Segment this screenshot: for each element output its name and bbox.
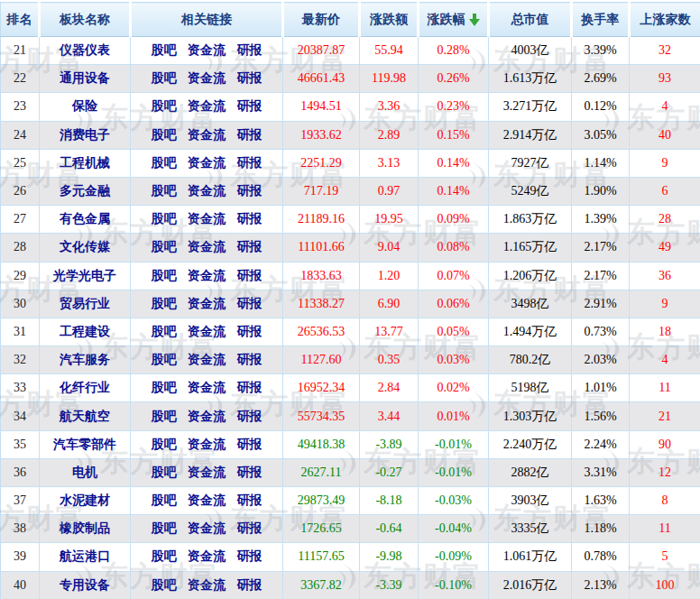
moneyflow-link[interactable]: 资金流 — [188, 521, 226, 535]
research-report-link[interactable]: 研报 — [236, 183, 262, 198]
research-report-link[interactable]: 研报 — [236, 268, 262, 282]
guba-link[interactable]: 股吧 — [152, 465, 177, 479]
rising-count-value: 8 — [630, 487, 700, 515]
guba-link[interactable]: 股吧 — [152, 324, 177, 338]
moneyflow-link[interactable]: 资金流 — [188, 98, 226, 113]
column-header-rising[interactable]: 上涨家数 — [630, 3, 700, 37]
research-report-link[interactable]: 研报 — [236, 521, 262, 535]
research-report-link[interactable]: 研报 — [236, 42, 262, 57]
sector-name-link[interactable]: 电机 — [72, 465, 97, 479]
moneyflow-link[interactable]: 资金流 — [188, 296, 226, 310]
latest-price-value: 2251.29 — [283, 149, 360, 177]
sector-name-link[interactable]: 通用设备 — [60, 70, 110, 85]
sector-name-link[interactable]: 消费电子 — [60, 127, 110, 142]
sector-name-link[interactable]: 保险 — [72, 98, 97, 113]
sector-name-link[interactable]: 仪器仪表 — [60, 42, 110, 57]
sector-name-link[interactable]: 化纤行业 — [60, 380, 110, 394]
guba-link[interactable]: 股吧 — [152, 380, 177, 394]
column-header-change[interactable]: 涨跌额 — [360, 3, 419, 37]
guba-link[interactable]: 股吧 — [152, 127, 177, 142]
guba-link[interactable]: 股吧 — [152, 70, 177, 85]
research-report-link[interactable]: 研报 — [236, 352, 262, 366]
sector-name-link[interactable]: 专用设备 — [60, 577, 110, 592]
moneyflow-link[interactable]: 资金流 — [188, 409, 226, 423]
column-header-pct[interactable]: 涨跌幅 — [419, 3, 489, 37]
sector-name-link[interactable]: 多元金融 — [60, 183, 110, 198]
guba-link[interactable]: 股吧 — [152, 155, 177, 170]
guba-link[interactable]: 股吧 — [152, 211, 177, 226]
change-percent-value: 0.07% — [419, 262, 489, 290]
guba-link[interactable]: 股吧 — [152, 409, 177, 423]
moneyflow-link[interactable]: 资金流 — [188, 548, 226, 563]
research-report-link[interactable]: 研报 — [236, 324, 262, 338]
research-report-link[interactable]: 研报 — [236, 465, 262, 479]
research-report-link[interactable]: 研报 — [236, 409, 262, 423]
moneyflow-link[interactable]: 资金流 — [188, 211, 226, 226]
change-amount-value: 119.98 — [360, 65, 419, 93]
column-header-links[interactable]: 相关链接 — [131, 3, 283, 37]
sector-name-link[interactable]: 工程建设 — [60, 324, 110, 338]
sector-name-link[interactable]: 贸易行业 — [60, 296, 110, 310]
sector-name-link[interactable]: 工程机械 — [60, 155, 110, 170]
moneyflow-link[interactable]: 资金流 — [188, 70, 226, 85]
column-header-turnover[interactable]: 换手率 — [572, 3, 630, 37]
sector-name-link[interactable]: 水泥建材 — [60, 493, 110, 507]
guba-link[interactable]: 股吧 — [152, 352, 177, 366]
moneyflow-link[interactable]: 资金流 — [188, 239, 226, 253]
sector-name-cell: 橡胶制品 — [40, 515, 131, 543]
research-report-link[interactable]: 研报 — [236, 70, 262, 85]
moneyflow-link[interactable]: 资金流 — [188, 183, 226, 198]
turnover-rate-value: 2.24% — [572, 430, 630, 458]
guba-link[interactable]: 股吧 — [152, 521, 177, 535]
research-report-link[interactable]: 研报 — [236, 98, 262, 113]
column-header-cap[interactable]: 总市值 — [489, 3, 572, 37]
sector-name-link[interactable]: 橡胶制品 — [60, 521, 110, 535]
guba-link[interactable]: 股吧 — [152, 268, 177, 282]
moneyflow-link[interactable]: 资金流 — [188, 324, 226, 338]
research-report-link[interactable]: 研报 — [236, 127, 262, 142]
sector-name-link[interactable]: 光学光电子 — [53, 268, 116, 282]
column-header-name[interactable]: 板块名称 — [40, 3, 131, 37]
research-report-link[interactable]: 研报 — [236, 239, 262, 253]
research-report-link[interactable]: 研报 — [236, 548, 262, 563]
moneyflow-link[interactable]: 资金流 — [188, 465, 226, 479]
column-header-label: 涨跌额 — [370, 12, 408, 26]
sector-name-link[interactable]: 航天航空 — [60, 409, 110, 423]
sector-name-link[interactable]: 航运港口 — [60, 548, 110, 563]
sector-name-link[interactable]: 文化传媒 — [60, 239, 110, 253]
column-header-rank[interactable]: 排名 — [1, 3, 40, 37]
moneyflow-link[interactable]: 资金流 — [188, 437, 226, 451]
moneyflow-link[interactable]: 资金流 — [188, 155, 226, 170]
guba-link[interactable]: 股吧 — [152, 98, 177, 113]
column-header-price[interactable]: 最新价 — [283, 3, 360, 37]
guba-link[interactable]: 股吧 — [152, 239, 177, 253]
sector-name-link[interactable]: 有色金属 — [60, 211, 110, 226]
table-row: 40 专用设备 股吧 资金流 研报 3367.82 -3.39 -0.10% 2… — [1, 571, 700, 599]
guba-link[interactable]: 股吧 — [152, 183, 177, 198]
research-report-link[interactable]: 研报 — [236, 155, 262, 170]
sector-name-link[interactable]: 汽车零部件 — [53, 437, 116, 451]
sector-name-link[interactable]: 汽车服务 — [60, 352, 110, 366]
research-report-link[interactable]: 研报 — [236, 380, 262, 394]
moneyflow-link[interactable]: 资金流 — [188, 268, 226, 282]
guba-link[interactable]: 股吧 — [152, 493, 177, 507]
guba-link[interactable]: 股吧 — [152, 577, 177, 592]
guba-link[interactable]: 股吧 — [152, 437, 177, 451]
turnover-rate-value: 1.63% — [572, 487, 630, 515]
guba-link[interactable]: 股吧 — [152, 296, 177, 310]
research-report-link[interactable]: 研报 — [236, 437, 262, 451]
change-percent-value: -0.03% — [419, 487, 489, 515]
moneyflow-link[interactable]: 资金流 — [188, 42, 226, 57]
guba-link[interactable]: 股吧 — [152, 548, 177, 563]
moneyflow-link[interactable]: 资金流 — [188, 493, 226, 507]
sector-name-cell: 文化传媒 — [40, 234, 131, 262]
moneyflow-link[interactable]: 资金流 — [188, 577, 226, 592]
research-report-link[interactable]: 研报 — [236, 296, 262, 310]
research-report-link[interactable]: 研报 — [236, 211, 262, 226]
moneyflow-link[interactable]: 资金流 — [188, 127, 226, 142]
research-report-link[interactable]: 研报 — [236, 577, 262, 592]
moneyflow-link[interactable]: 资金流 — [188, 352, 226, 366]
research-report-link[interactable]: 研报 — [236, 493, 262, 507]
moneyflow-link[interactable]: 资金流 — [188, 380, 226, 394]
guba-link[interactable]: 股吧 — [152, 42, 177, 57]
